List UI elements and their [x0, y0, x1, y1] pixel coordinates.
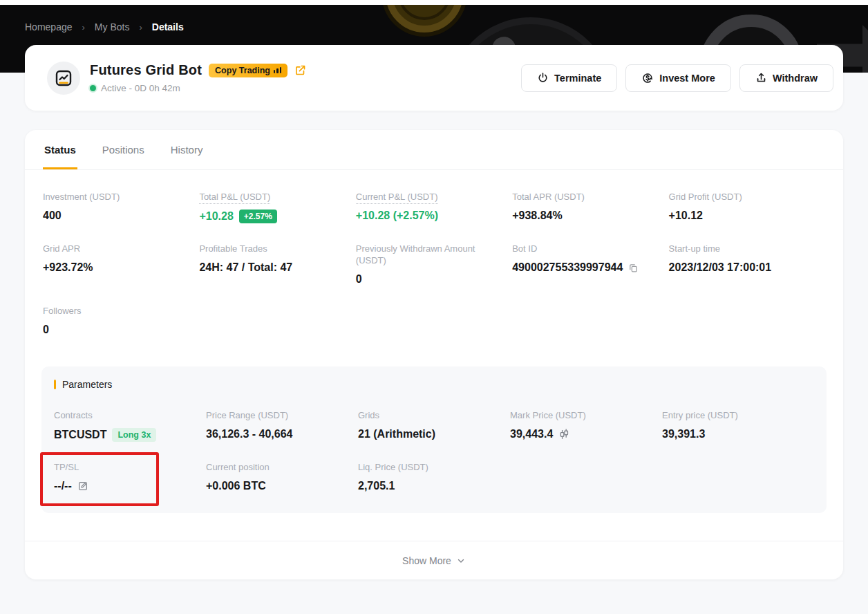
param-value: 39,391.3	[662, 428, 803, 440]
status-badge: Active - 0D 0h 42m	[101, 83, 180, 93]
stat-total-pnl: Total P&L (USDT) +10.28 +2.57%	[199, 191, 355, 223]
top-strip	[0, 0, 868, 5]
breadcrumb-homepage[interactable]: Homepage	[25, 21, 73, 32]
external-link-icon[interactable]	[294, 64, 306, 76]
param-value: 39,443.4	[510, 428, 651, 440]
candlestick-chart-icon[interactable]	[558, 428, 569, 440]
param-spacer	[662, 461, 814, 492]
stat-label: Current P&L (USDT)	[356, 191, 500, 203]
param-price-range: Price Range (USDT) 36,126.3 - 40,664	[206, 409, 358, 442]
invest-more-button-label: Invest More	[659, 73, 715, 84]
param-label: Mark Price (USDT)	[510, 409, 651, 421]
stat-label: Followers	[43, 305, 187, 317]
tab-status[interactable]: Status	[43, 130, 77, 169]
page-title: Futures Grid Bot	[90, 62, 202, 78]
bot-header-card: Futures Grid Bot Copy Trading Active - 0…	[25, 45, 843, 111]
terminate-button[interactable]: Terminate	[521, 64, 617, 92]
tab-positions[interactable]: Positions	[101, 130, 146, 169]
stat-value: 0	[356, 273, 500, 286]
breadcrumb-separator: ›	[139, 22, 142, 32]
grid-bot-chart-icon	[53, 68, 74, 89]
parameters-title: Parameters	[62, 379, 112, 390]
stat-startup-time: Start-up time 2023/12/03 17:00:01	[669, 243, 825, 286]
stat-value: +923.72%	[43, 261, 187, 274]
param-label: Current position	[206, 461, 347, 473]
param-label: Grids	[358, 409, 499, 421]
param-mark-price: Mark Price (USDT) 39,443.4	[510, 409, 662, 442]
long-leverage-badge: Long 3x	[112, 428, 156, 442]
stat-followers: Followers 0	[43, 305, 199, 336]
param-spacer	[510, 461, 662, 492]
stat-current-pnl: Current P&L (USDT) +10.28 (+2.57%)	[356, 191, 512, 223]
dollar-refresh-icon	[641, 72, 654, 84]
gold-coin-illustration	[386, 5, 463, 32]
invest-more-button[interactable]: Invest More	[625, 64, 731, 92]
param-value: --/--	[54, 480, 195, 492]
stat-value: +10.28 +2.57%	[199, 210, 343, 223]
param-label: Entry price (USDT)	[662, 409, 803, 421]
grid-bot-avatar	[47, 62, 80, 95]
stat-total-apr: Total APR (USDT) +938.84%	[512, 191, 668, 223]
stat-investment: Investment (USDT) 400	[43, 191, 199, 223]
stat-value: 24H: 47 / Total: 47	[199, 261, 343, 274]
param-value: 2,705.1	[358, 480, 499, 492]
stat-label: Investment (USDT)	[43, 191, 187, 203]
param-value: 36,126.3 - 40,664	[206, 428, 347, 440]
stat-grid-profit: Grid Profit (USDT) +10.12	[669, 191, 825, 223]
stat-label: Grid APR	[43, 243, 187, 254]
tab-history[interactable]: History	[169, 130, 205, 169]
copy-trading-badge-label: Copy Trading	[215, 66, 270, 75]
param-label: Price Range (USDT)	[206, 409, 347, 421]
stats-grid: Investment (USDT) 400 Total P&L (USDT) +…	[25, 170, 843, 336]
param-tpsl: TP/SL --/--	[54, 461, 206, 492]
breadcrumb-details: Details	[152, 21, 184, 32]
stat-value: 2023/12/03 17:00:01	[669, 261, 813, 274]
param-contracts: Contracts BTCUSDT Long 3x	[54, 409, 206, 442]
upload-icon	[755, 72, 767, 84]
stat-value: 490002755339997944	[512, 261, 656, 274]
stat-label: Profitable Trades	[199, 243, 343, 254]
bot-details-card: Status Positions History Investment (USD…	[25, 130, 843, 579]
stat-label: Previously Withdrawn Amount (USDT)	[356, 243, 500, 266]
withdraw-button-label: Withdraw	[773, 73, 818, 84]
breadcrumb-my-bots[interactable]: My Bots	[95, 21, 130, 32]
show-more-button[interactable]: Show More	[25, 541, 843, 579]
stat-value: 400	[43, 210, 187, 222]
stat-profitable-trades: Profitable Trades 24H: 47 / Total: 47	[199, 243, 355, 286]
stat-bot-id: Bot ID 490002755339997944	[512, 243, 668, 286]
param-value: BTCUSDT Long 3x	[54, 428, 195, 442]
param-label: Contracts	[54, 409, 195, 421]
stat-value: +938.84%	[512, 210, 656, 222]
chevron-down-icon	[456, 556, 466, 566]
param-liq-price: Liq. Price (USDT) 2,705.1	[358, 461, 510, 492]
stat-label: Total APR (USDT)	[512, 191, 656, 203]
breadcrumb-separator: ›	[82, 22, 85, 32]
edit-tpsl-icon[interactable]	[77, 481, 88, 492]
show-more-label: Show More	[402, 555, 451, 566]
param-value: 21 (Arithmetic)	[358, 428, 499, 440]
param-label: TP/SL	[54, 461, 195, 473]
tab-bar: Status Positions History	[25, 130, 843, 170]
active-status-dot	[90, 85, 96, 91]
stat-label: Grid Profit (USDT)	[669, 191, 813, 203]
param-entry-price: Entry price (USDT) 39,391.3	[662, 409, 814, 442]
stat-value: +10.12	[669, 210, 813, 222]
copy-icon[interactable]	[628, 263, 639, 273]
red-highlight-annotation	[40, 452, 159, 506]
stat-previously-withdrawn: Previously Withdrawn Amount (USDT) 0	[356, 243, 512, 286]
terminate-button-label: Terminate	[554, 73, 601, 84]
stat-grid-apr: Grid APR +923.72%	[43, 243, 199, 286]
param-value: +0.006 BTC	[206, 480, 347, 492]
param-grids: Grids 21 (Arithmetic)	[358, 409, 510, 442]
parameters-section: Parameters Contracts BTCUSDT Long 3x Pri…	[41, 366, 827, 513]
param-current-position: Current position +0.006 BTC	[206, 461, 358, 492]
withdraw-button[interactable]: Withdraw	[739, 64, 833, 92]
pnl-percent-badge: +2.57%	[239, 210, 277, 223]
parameters-grid: Contracts BTCUSDT Long 3x Price Range (U…	[54, 409, 814, 492]
breadcrumb: Homepage › My Bots › Details	[25, 21, 184, 32]
parameters-header: Parameters	[54, 379, 814, 390]
stat-label: Bot ID	[512, 243, 656, 254]
stat-value: 0	[43, 324, 187, 336]
signal-bars-icon	[274, 67, 282, 73]
stat-value: +10.28 (+2.57%)	[356, 210, 500, 222]
